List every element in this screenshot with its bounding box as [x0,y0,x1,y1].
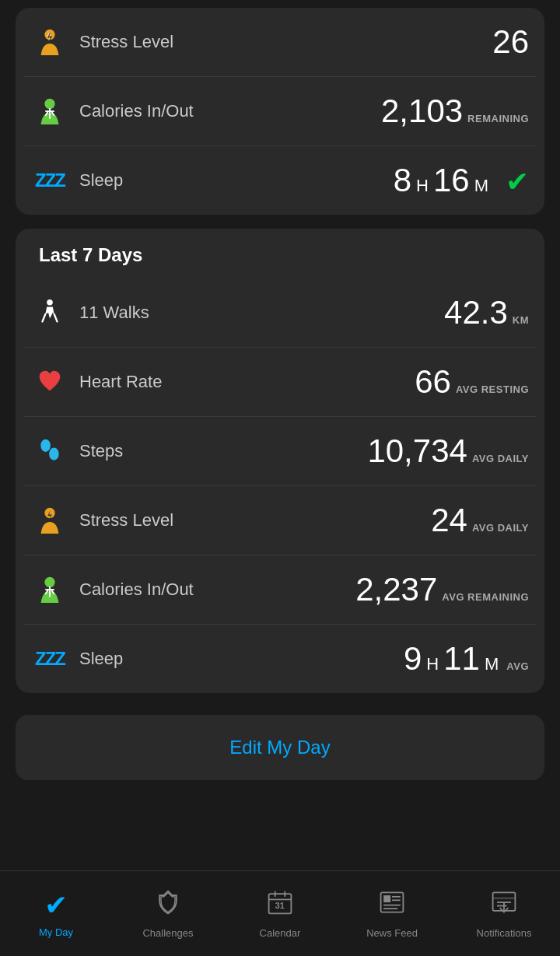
calendar-icon: 31 [266,888,294,923]
stress-level-icon [31,502,68,539]
nav-item-challenges[interactable]: Challenges [112,871,224,956]
svg-point-15 [44,508,54,518]
nav-item-my-day[interactable]: ✔ My Day [0,871,112,956]
today-stress-row[interactable]: Stress Level 26 [23,8,537,77]
heart-rate-row[interactable]: Heart Rate 66 AVG RESTING [23,348,537,417]
steps-row[interactable]: Steps 10,734 AVG DAILY [23,417,537,486]
steps-value: 10,734 AVG DAILY [367,432,529,470]
walks-label: 11 Walks [79,303,444,323]
nav-label-my-day: My Day [39,926,73,938]
sleep-7day-value: 9 H 11 M AVG [404,640,529,678]
stress-level-label: Stress Level [79,510,431,531]
svg-point-14 [49,448,59,460]
sleep-7day-icon: ZZZ [31,640,68,678]
stress-level-row[interactable]: Stress Level 24 AVG DAILY [23,486,537,555]
nav-label-notifications: Notifications [477,927,532,939]
svg-point-9 [47,299,53,306]
svg-line-10 [43,314,46,322]
bottom-nav: ✔ My Day Challenges 31 Calendar [0,870,560,956]
edit-btn-container: Edit My Day [16,707,544,796]
nav-item-news-feed[interactable]: News Feed [336,871,448,956]
svg-point-4 [44,99,54,109]
today-stress-value: 26 [492,23,529,61]
my-day-icon: ✔ [44,889,68,922]
svg-point-17 [44,577,54,587]
svg-rect-28 [383,895,390,902]
nav-label-calendar: Calendar [260,927,301,939]
steps-icon [31,432,68,470]
sleep-7day-row[interactable]: ZZZ Sleep 9 H 11 M AVG [23,625,537,693]
notifications-icon [490,888,518,923]
today-stress-label: Stress Level [79,32,492,52]
calories-7day-value: 2,237 AVG REMAINING [355,571,529,608]
heart-rate-label: Heart Rate [79,372,415,392]
calories-icon [31,93,68,130]
heart-rate-value: 66 AVG RESTING [415,363,529,401]
last7-header: Last 7 Days [23,229,537,278]
today-calories-value: 2,103 REMAINING [381,93,529,130]
today-sleep-label: Sleep [79,170,394,191]
news-feed-icon [378,888,406,923]
heart-rate-icon [31,363,68,401]
today-calories-row[interactable]: Calories In/Out 2,103 REMAINING [23,77,537,146]
walk-icon [31,294,68,331]
today-calories-label: Calories In/Out [79,101,381,121]
nav-label-challenges: Challenges [142,927,193,939]
calories-7day-label: Calories In/Out [79,580,355,600]
svg-point-13 [40,439,51,452]
today-sleep-row[interactable]: ZZZ Sleep 8 H 16 M ✔ [23,146,537,215]
sleep-icon: ZZZ [31,162,68,199]
nav-item-calendar[interactable]: 31 Calendar [224,871,336,956]
stress-level-value: 24 AVG DAILY [431,502,529,539]
stress-icon [31,23,68,61]
svg-line-11 [54,314,58,322]
steps-label: Steps [79,441,367,461]
today-sleep-value: 8 H 16 M ✔ [394,162,529,199]
calories-row[interactable]: Calories In/Out 2,237 AVG REMAINING [23,555,537,625]
walks-row[interactable]: 11 Walks 42.3 KM [23,278,537,348]
challenges-icon [154,888,182,923]
today-card: Stress Level 26 Calories In/Out 2,103 [16,8,544,215]
nav-label-news-feed: News Feed [366,927,418,939]
svg-text:31: 31 [275,901,285,910]
sleep-check-icon: ✔ [506,166,529,198]
last7-card: Last 7 Days 11 Walks 42.3 KM [16,229,544,693]
walks-value: 42.3 KM [444,294,529,331]
edit-my-day-button[interactable]: Edit My Day [16,715,544,780]
calories-7day-icon [31,571,68,608]
nav-item-notifications[interactable]: Notifications [448,871,560,956]
sleep-7day-label: Sleep [79,649,404,669]
